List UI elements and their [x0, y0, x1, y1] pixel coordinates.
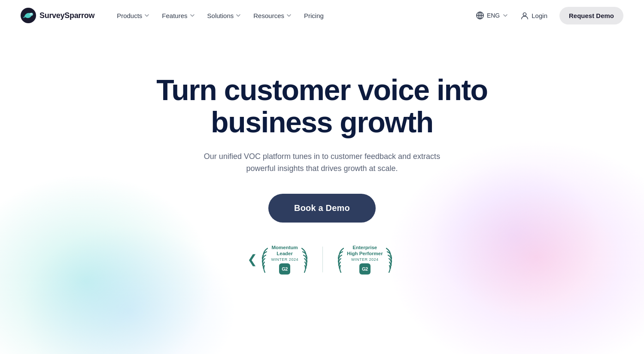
badge-momentum-leader: ❮ MomentumLeader WINTER 2024 G2	[247, 245, 312, 275]
chevron-down-icon	[144, 12, 150, 18]
hero-subtitle: Our unified VOC platform tunes in to cus…	[193, 150, 451, 175]
laurel-left-branch-2	[333, 245, 345, 274]
chevron-down-icon	[502, 12, 508, 18]
hero-title: Turn customer voice into business growth	[155, 74, 489, 138]
nav-products[interactable]: Products	[112, 9, 155, 23]
badge-2-title: EnterpriseHigh Performer	[347, 245, 383, 257]
hero-section: Turn customer voice into business growth…	[0, 31, 644, 275]
request-demo-button[interactable]: Request Demo	[559, 7, 623, 24]
badge-1-g2: G2	[279, 263, 290, 275]
svg-point-1	[30, 13, 32, 15]
logo-icon	[21, 8, 36, 23]
chevron-down-icon	[286, 12, 292, 18]
logo[interactable]: SurveySparrow	[21, 8, 94, 23]
chevron-down-icon	[235, 12, 241, 18]
badge-1-season: WINTER 2024	[271, 257, 298, 262]
laurel-left-icon: ❮	[247, 253, 257, 266]
navbar-right: ENG Login Request Demo	[476, 7, 623, 24]
badge-2-season: WINTER 2024	[351, 257, 379, 262]
badge-1-title: MomentumLeader	[271, 245, 298, 257]
user-icon	[520, 11, 529, 20]
laurel-right-branch-2	[385, 245, 397, 274]
nav-pricing[interactable]: Pricing	[299, 9, 329, 23]
laurel-right-branch	[300, 245, 312, 274]
navbar-left: SurveySparrow Products Features Solution…	[21, 8, 329, 23]
globe-icon	[476, 11, 484, 20]
badge-divider	[322, 247, 323, 272]
laurel-left-branch	[257, 245, 269, 274]
badge-1-content: MomentumLeader WINTER 2024 G2	[269, 245, 300, 275]
badge-2-g2: G2	[359, 263, 371, 275]
awards-badges: ❮ MomentumLeader WINTER 2024 G2 Enterpri…	[247, 245, 396, 275]
svg-point-6	[523, 13, 526, 16]
book-demo-button[interactable]: Book a Demo	[268, 194, 376, 223]
nav-features[interactable]: Features	[157, 9, 200, 23]
nav-solutions[interactable]: Solutions	[202, 9, 247, 23]
badge-enterprise-high-performer: EnterpriseHigh Performer WINTER 2024 G2	[333, 245, 397, 275]
nav-links: Products Features Solutions	[112, 9, 329, 23]
language-selector[interactable]: ENG	[476, 11, 508, 20]
brand-name: SurveySparrow	[39, 11, 94, 20]
navbar: SurveySparrow Products Features Solution…	[0, 0, 644, 31]
badge-2-content: EnterpriseHigh Performer WINTER 2024 G2	[345, 245, 385, 275]
nav-resources[interactable]: Resources	[248, 9, 297, 23]
chevron-down-icon	[189, 12, 195, 18]
login-button[interactable]: Login	[515, 8, 553, 23]
